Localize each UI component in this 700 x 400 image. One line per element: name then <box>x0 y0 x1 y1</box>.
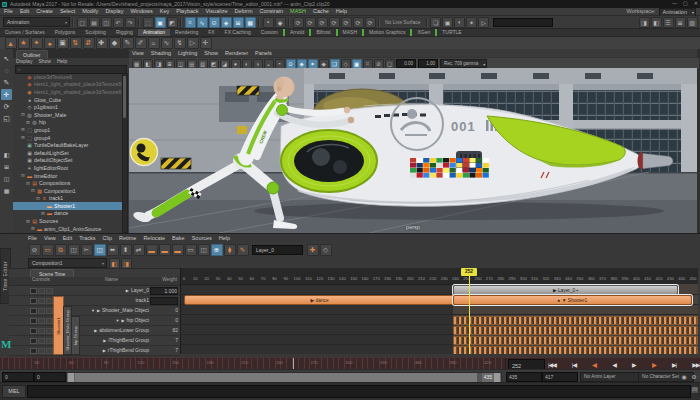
render-view-icon[interactable]: ❏ <box>430 17 441 28</box>
layout-persp-outliner[interactable]: ◫ <box>1 173 12 184</box>
menu-deform[interactable]: Deform <box>234 8 252 15</box>
construction-history-icon[interactable]: ⟳ <box>293 17 304 28</box>
auto-keyframe-icon[interactable]: ◉ <box>680 372 689 381</box>
safe-title-icon[interactable]: ◒ <box>264 59 274 69</box>
go-to-start-button[interactable]: |◀◀ <box>548 361 556 368</box>
show-modeling-toolkit-icon[interactable]: ▥ <box>687 17 698 28</box>
screen-space-ao-icon[interactable]: ❏ <box>330 59 340 69</box>
minimize-button[interactable]: — <box>672 0 677 6</box>
field-chart-icon[interactable]: ◐ <box>242 59 252 69</box>
viewport-menu-shading[interactable]: Shading <box>151 49 171 57</box>
resolution-gate-icon[interactable]: ◪ <box>220 59 230 69</box>
range-start-handle[interactable] <box>67 373 75 382</box>
time-editor-timeline[interactable]: 0102030405060708090100110120130140150160… <box>180 268 698 354</box>
shadows-icon[interactable]: ◆ <box>319 59 329 69</box>
make-live-icon[interactable]: ▦ <box>245 17 256 28</box>
track-expand-arrow[interactable]: ▶ <box>121 318 124 323</box>
curve-smooth-icon[interactable]: ≈ <box>148 37 160 49</box>
menu-key[interactable]: Key <box>160 8 169 15</box>
select-camera-icon[interactable]: ▦ <box>132 59 142 69</box>
show-attribute-editor-icon[interactable]: ◨ <box>639 17 650 28</box>
show-channel-box-icon[interactable]: ☰ <box>663 17 674 28</box>
anim-layer-dropdown[interactable]: No Anim Layer <box>580 372 640 382</box>
render-current-frame-icon[interactable]: ▣ <box>442 17 453 28</box>
shelf-tab-bifrost[interactable]: Bifrost <box>309 29 335 36</box>
safe-action-icon[interactable]: ◑ <box>253 59 263 69</box>
exposure-field[interactable]: 0.00 <box>396 59 416 68</box>
step-back-key-button[interactable]: ◀| <box>592 361 596 368</box>
save-scene-icon[interactable]: ◫ <box>101 17 112 28</box>
play-forwards-button[interactable]: ▶ <box>632 361 636 368</box>
redo-icon[interactable]: ↷ <box>125 17 136 28</box>
outliner-item-place3dtexture6[interactable]: ◉place3dTexture6 <box>13 73 123 81</box>
menu-create[interactable]: Create <box>36 8 53 15</box>
outliner-scrollbar[interactable] <box>122 73 128 233</box>
close-button[interactable]: ✕ <box>694 0 698 6</box>
viewport-menu-renderer[interactable]: Renderer <box>225 49 248 57</box>
bookmarks-icon[interactable]: ⊞ <box>165 59 175 69</box>
te-menu-sources[interactable]: Sources <box>192 234 212 243</box>
razor-icon[interactable]: ⬍ <box>120 244 132 256</box>
create-group-icon[interactable]: ⧉ <box>55 244 67 256</box>
menu-edit[interactable]: Edit <box>20 8 29 15</box>
track-lock-button[interactable] <box>46 318 53 325</box>
paint-select-tool[interactable]: ✎ <box>1 77 12 88</box>
overscan-icon[interactable]: ▥ <box>198 59 208 69</box>
snap-to-clip-icon[interactable]: ⊕ <box>211 244 223 256</box>
crossfade-icon[interactable]: ▭ <box>185 244 197 256</box>
keys-density-bar-rthighbend-group[interactable] <box>453 346 698 355</box>
track-expand-arrow[interactable]: ▶ <box>103 348 106 353</box>
set-key-icon[interactable]: ▲ <box>5 37 17 49</box>
pole-vector-icon[interactable]: ⟳ <box>365 17 376 28</box>
keys-density-bar-hip-object[interactable] <box>453 316 698 325</box>
lock-camera-icon[interactable]: ◧ <box>143 59 153 69</box>
outliner-item-shooter-male[interactable]: ⊟◎Shooter_Male <box>13 111 123 119</box>
viewport-menu-view[interactable]: View <box>132 49 144 57</box>
shelf-tab-rigging[interactable]: Rigging <box>111 29 138 36</box>
view-transform-dropdown[interactable]: Rec. 709 gamma <box>440 59 487 68</box>
lasso-tool[interactable]: ◌ <box>1 65 12 76</box>
shelf-tab-polygons[interactable]: Polygons <box>50 29 81 36</box>
track-mute-checkbox[interactable] <box>30 308 37 315</box>
hold-clip-icon[interactable]: ▬ <box>146 244 158 256</box>
open-scene-icon[interactable]: ▤ <box>89 17 100 28</box>
te-menu-clip[interactable]: Clip <box>102 234 111 243</box>
depth-of-field-icon[interactable]: ⌗ <box>363 59 373 69</box>
track-solo-button[interactable] <box>38 318 45 325</box>
add-inbetween-icon[interactable]: ✚ <box>96 37 108 49</box>
keys-density-bar-abdomenlower-group[interactable] <box>453 326 698 335</box>
parent-constraint-icon[interactable]: ⟳ <box>341 17 352 28</box>
outliner-search-input[interactable] <box>23 67 126 73</box>
outliner-item-shooter1[interactable]: ▬Shooter1 <box>13 202 123 210</box>
outliner-item-defaultobjectset[interactable]: ▣defaultObjectSet <box>13 157 123 165</box>
track-weight[interactable]: 7 <box>152 345 178 355</box>
edit-anim-source-icon[interactable]: ✎ <box>237 244 249 256</box>
track-mute-checkbox[interactable] <box>30 318 37 325</box>
track-lock-button[interactable] <box>46 328 53 335</box>
loop-clip-icon[interactable]: ▬ <box>159 244 171 256</box>
outliner-item-p1gibson1[interactable]: ◇p1gibson1 <box>13 103 123 111</box>
set-driven-key-icon[interactable]: ✦ <box>31 37 43 49</box>
tangents-stepped-icon[interactable]: ⇵ <box>83 37 95 49</box>
shelf-tab-sculpting[interactable]: Sculpting <box>80 29 111 36</box>
trim-clip-icon[interactable]: ✂ <box>81 244 93 256</box>
undo-icon[interactable]: ↶ <box>113 17 124 28</box>
panel-layout-icon[interactable]: ⊞ <box>675 17 686 28</box>
gate-mask-icon[interactable]: ● <box>231 59 241 69</box>
script-editor-icon[interactable]: ▤ <box>691 386 698 394</box>
keys-density-bar-lthighbend-group[interactable] <box>453 336 698 345</box>
shelf-tab-xgen[interactable]: XGen <box>410 29 435 36</box>
snap-curve-icon[interactable]: ∿ <box>197 17 208 28</box>
camera-attributes-icon[interactable]: ◨ <box>154 59 164 69</box>
select-component-icon[interactable]: ◩ <box>167 17 178 28</box>
layout-single-pane[interactable]: ◧ <box>1 149 12 160</box>
outliner-item-anim-clip1-animsource[interactable]: ⊞▬anim_Clip1_AnimSource <box>13 225 123 233</box>
textured-icon[interactable]: ◈ <box>297 59 307 69</box>
snap-projected-center-icon[interactable]: ◈ <box>221 17 232 28</box>
playblast-icon[interactable]: ▷ <box>187 37 199 49</box>
te-menu-bake[interactable]: Bake <box>172 234 185 243</box>
menu-modify[interactable]: Modify <box>82 8 98 15</box>
xray-icon[interactable]: ▢ <box>385 59 395 69</box>
timeline-ruler[interactable]: 0102030405060708090100110120130140150160… <box>181 268 698 285</box>
track-expand-arrow[interactable]: ▼ <box>91 308 95 313</box>
